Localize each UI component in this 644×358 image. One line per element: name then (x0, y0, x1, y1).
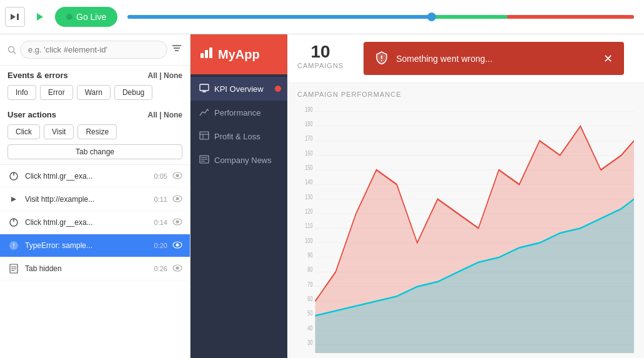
campaigns-label: CAMPAIGNS (297, 62, 344, 69)
svg-line-4 (14, 51, 16, 54)
svg-text:40: 40 (307, 324, 313, 332)
filter-warn-btn[interactable]: Warn (77, 85, 111, 100)
nav-item-performance[interactable]: Performance (191, 101, 287, 124)
svg-point-14 (176, 197, 179, 200)
svg-text:170: 170 (305, 134, 313, 142)
svg-text:150: 150 (305, 163, 313, 171)
svg-marker-2 (37, 13, 43, 21)
svg-point-22 (176, 243, 179, 246)
filter-error-btn[interactable]: Error (40, 85, 73, 100)
filter-debug-btn[interactable]: Debug (114, 85, 152, 100)
nav-item-kpi-overview[interactable]: KPI Overview (191, 77, 287, 101)
svg-rect-32 (200, 84, 209, 91)
svg-rect-29 (201, 53, 204, 58)
search-input[interactable] (20, 41, 167, 59)
event-text: Tab hidden (25, 264, 149, 273)
toolbar: Go Live (0, 0, 644, 34)
svg-text:90: 90 (307, 251, 313, 259)
tab-change-btn[interactable]: Tab change (7, 144, 182, 159)
event-time: 0:20 (154, 242, 167, 249)
eye-icon[interactable] (172, 195, 182, 204)
progress-bar[interactable] (127, 15, 634, 19)
go-live-label: Go Live (76, 12, 106, 22)
eye-icon[interactable] (172, 264, 182, 274)
event-time: 0:26 (154, 265, 167, 272)
user-actions-all-link[interactable]: All (148, 111, 157, 119)
app-logo: MyApp (191, 34, 287, 74)
event-item: Click html.gr__exa... 0:05 (0, 165, 190, 188)
skip-button[interactable] (5, 7, 25, 27)
svg-text:190: 190 (305, 105, 313, 113)
nav-item-company-news[interactable]: Company News (191, 148, 287, 172)
events-all-link[interactable]: All (148, 71, 157, 80)
svg-text:120: 120 (305, 207, 313, 215)
svg-text:!: ! (12, 242, 14, 249)
event-time: 0:05 (154, 172, 167, 180)
app-container: MyApp KPI Overview Performan (191, 34, 644, 358)
monitor-icon (199, 84, 209, 94)
svg-point-11 (176, 174, 179, 177)
event-item: Visit http://example... 0:11 (0, 188, 190, 211)
event-text: Visit http://example... (25, 195, 149, 204)
mouse-icon (7, 216, 20, 229)
event-item: Tab hidden 0:26 (0, 257, 190, 281)
filter-visit-btn[interactable]: Visit (44, 124, 74, 139)
svg-point-3 (9, 46, 14, 52)
go-live-button[interactable]: Go Live (55, 7, 117, 27)
user-actions-none-link[interactable]: None (164, 111, 182, 119)
event-text: Click html.gr__exa... (25, 218, 149, 227)
filter-click-btn[interactable]: Click (7, 124, 40, 139)
eye-icon[interactable] (172, 172, 182, 181)
chart-icon (199, 107, 209, 117)
arrow-icon (7, 193, 20, 206)
event-item: Click html.gr__exa... 0:14 (0, 211, 190, 234)
filter-icon[interactable] (171, 42, 182, 57)
eye-icon[interactable] (172, 218, 182, 227)
progress-thumb (427, 12, 436, 21)
event-text: TypeError: sample... (25, 241, 149, 250)
svg-text:100: 100 (305, 236, 313, 244)
left-panel: Events & errors All | None Info Error Wa… (0, 34, 191, 358)
news-icon (199, 155, 209, 165)
play-button[interactable] (30, 7, 50, 27)
table-icon (199, 131, 209, 141)
app-name: MyApp (218, 47, 260, 62)
svg-rect-35 (200, 132, 209, 139)
svg-rect-30 (205, 50, 208, 58)
events-none-link[interactable]: None (164, 71, 182, 80)
alert-close-button[interactable]: ✕ (603, 52, 613, 66)
campaigns-count: 10 CAMPAIGNS (297, 42, 344, 69)
chart-container: 190 180 170 160 150 140 130 120 110 100 … (297, 102, 634, 353)
events-filter-buttons: Info Error Warn Debug (0, 82, 190, 105)
svg-text:70: 70 (307, 280, 313, 288)
svg-text:80: 80 (307, 266, 313, 274)
events-errors-title: Events & errors (7, 71, 68, 80)
live-indicator (66, 14, 72, 20)
mouse-icon (7, 170, 20, 182)
svg-point-18 (176, 220, 179, 223)
svg-text:180: 180 (305, 119, 313, 127)
nav-label: Performance (214, 108, 260, 117)
right-panel: MyApp KPI Overview Performan (191, 34, 644, 358)
svg-text:50: 50 (307, 309, 313, 317)
svg-marker-0 (11, 14, 16, 20)
eye-icon[interactable] (172, 241, 182, 251)
app-nav: KPI Overview Performance Profit & L (191, 74, 287, 358)
chart-area: CAMPAIGN PERFORMANCE 190 180 170 160 150… (287, 83, 644, 358)
filter-info-btn[interactable]: Info (7, 85, 36, 100)
nav-label: Profit & Loss (214, 132, 260, 141)
nav-label: KPI Overview (214, 84, 264, 94)
app-logo-icon (199, 46, 213, 63)
event-time: 0:14 (154, 219, 167, 226)
svg-rect-1 (17, 14, 19, 20)
user-action-buttons: Click Visit Resize (0, 122, 190, 144)
alert-shield-icon (375, 51, 389, 66)
nav-item-profit-loss[interactable]: Profit & Loss (191, 124, 287, 148)
svg-point-28 (176, 266, 179, 269)
svg-point-43 (381, 60, 382, 61)
svg-rect-31 (209, 47, 212, 58)
svg-text:110: 110 (305, 222, 313, 230)
event-log: Click html.gr__exa... 0:05 Visit http://… (0, 164, 190, 358)
main-content: Events & errors All | None Info Error Wa… (0, 34, 644, 358)
filter-resize-btn[interactable]: Resize (77, 124, 117, 139)
